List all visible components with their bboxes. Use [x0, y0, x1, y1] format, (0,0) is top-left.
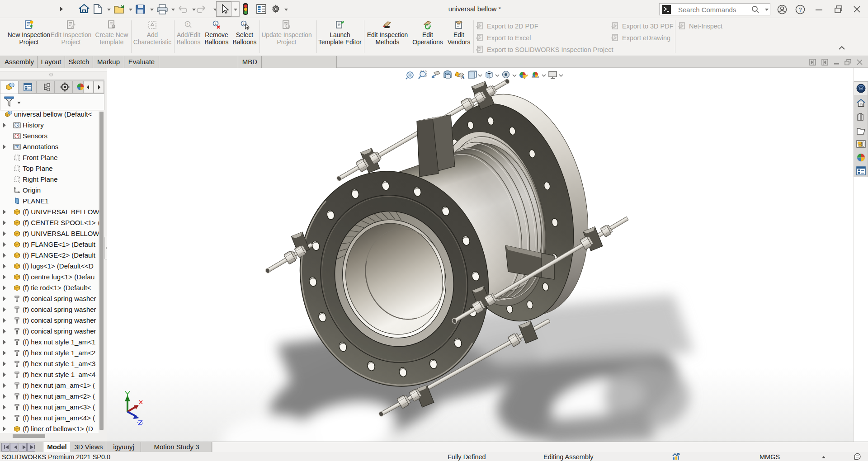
- svg-text:A: A: [16, 145, 19, 149]
- svg-text:A: A: [461, 75, 465, 80]
- svg-text:?: ?: [798, 6, 802, 13]
- svg-text:1: 1: [187, 22, 189, 26]
- svg-text:1: 1: [215, 22, 217, 26]
- svg-text:1: 1: [243, 22, 245, 26]
